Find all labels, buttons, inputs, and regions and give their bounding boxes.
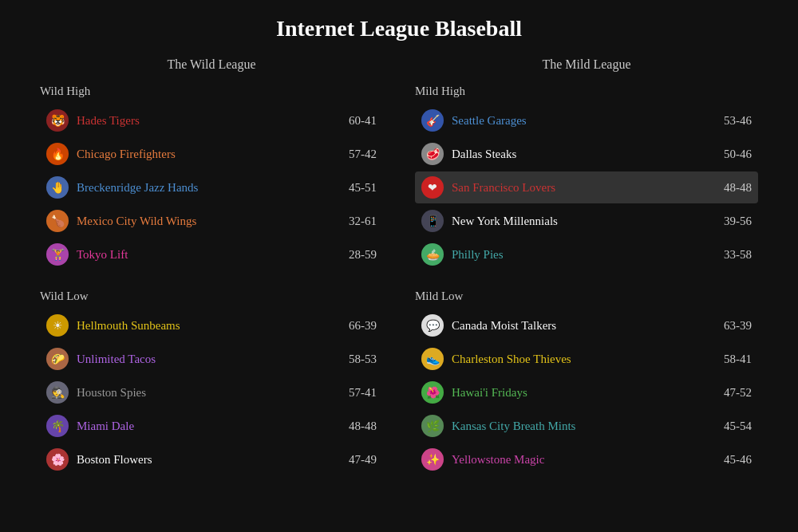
table-row: ☀ Hellmouth Sunbeams 66-39 — [40, 309, 383, 341]
tacos-name: Unlimited Tacos — [77, 353, 333, 366]
canada-icon: 💬 — [421, 314, 444, 337]
mild-league-title: The Mild League — [415, 57, 758, 72]
seattle-icon: 🎸 — [421, 109, 444, 132]
tokyo-record: 28-59 — [333, 248, 377, 262]
sf-record: 48-48 — [708, 181, 752, 195]
table-row: 🎸 Seattle Garages 53-46 — [415, 104, 758, 136]
philly-icon: 🥧 — [421, 243, 444, 266]
table-row: ❤ San Francisco Lovers 48-48 — [415, 171, 758, 203]
yellowstone-icon: ✨ — [421, 448, 444, 471]
table-row: 💬 Canada Moist Talkers 63-39 — [415, 309, 758, 341]
wild-low-section: Wild Low ☀ Hellmouth Sunbeams 66-39 🌮 Un… — [40, 290, 383, 475]
wild-league: The Wild League Wild High 🐯 Hades Tigers… — [24, 57, 399, 495]
hellmouth-record: 66-39 — [333, 319, 377, 333]
boston-icon: 🌸 — [46, 448, 69, 471]
tacos-record: 58-53 — [333, 353, 377, 366]
hawaii-record: 47-52 — [708, 386, 752, 400]
chicago-firefighters-icon: 🔥 — [46, 143, 69, 165]
table-row: 👟 Charleston Shoe Thieves 58-41 — [415, 343, 758, 375]
mexico-record: 32-61 — [333, 215, 377, 228]
leagues-container: The Wild League Wild High 🐯 Hades Tigers… — [24, 57, 774, 495]
table-row: 🌿 Kansas City Breath Mints 45-54 — [415, 410, 758, 442]
wild-league-title: The Wild League — [40, 57, 383, 72]
philly-record: 33-58 — [708, 248, 752, 262]
miami-icon: 🌴 — [46, 415, 69, 437]
hellmouth-name: Hellmouth Sunbeams — [77, 319, 333, 333]
breckenridge-icon: 🤚 — [46, 176, 69, 199]
houston-record: 57-41 — [333, 386, 377, 400]
yellowstone-name: Yellowstone Magic — [452, 453, 708, 467]
table-row: 🥩 Dallas Steaks 50-46 — [415, 138, 758, 170]
hawaii-name: Hawai'i Fridays — [452, 386, 708, 400]
charleston-record: 58-41 — [708, 353, 752, 366]
miami-name: Miami Dale — [77, 420, 333, 433]
table-row: 🌺 Hawai'i Fridays 47-52 — [415, 376, 758, 408]
newyork-icon: 📱 — [421, 210, 444, 232]
yellowstone-record: 45-46 — [708, 453, 752, 467]
chicago-firefighters-name: Chicago Firefighters — [77, 148, 333, 161]
canada-name: Canada Moist Talkers — [452, 319, 708, 333]
canada-record: 63-39 — [708, 319, 752, 333]
table-row: 🌸 Boston Flowers 47-49 — [40, 443, 383, 475]
mild-league: The Mild League Mild High 🎸 Seattle Gara… — [399, 57, 774, 495]
wild-high-label: Wild High — [40, 85, 383, 98]
boston-record: 47-49 — [333, 453, 377, 467]
miami-record: 48-48 — [333, 420, 377, 433]
wild-high-section: Wild High 🐯 Hades Tigers 60-41 🔥 Chicago… — [40, 85, 383, 270]
charleston-name: Charleston Shoe Thieves — [452, 353, 708, 366]
table-row: 🕵 Houston Spies 57-41 — [40, 376, 383, 408]
breckenridge-name: Breckenridge Jazz Hands — [77, 181, 333, 195]
tacos-icon: 🌮 — [46, 348, 69, 370]
page-title: Internet League Blaseball — [24, 16, 774, 41]
houston-icon: 🕵 — [46, 381, 69, 404]
newyork-name: New York Millennials — [452, 215, 708, 228]
philly-name: Philly Pies — [452, 248, 708, 262]
breckenridge-record: 45-51 — [333, 181, 377, 195]
table-row: 🤚 Breckenridge Jazz Hands 45-51 — [40, 171, 383, 203]
tokyo-name: Tokyo Lift — [77, 248, 333, 262]
mild-high-label: Mild High — [415, 85, 758, 98]
dallas-name: Dallas Steaks — [452, 148, 708, 161]
hades-tigers-record: 60-41 — [333, 114, 377, 128]
charleston-icon: 👟 — [421, 348, 444, 370]
wild-low-label: Wild Low — [40, 290, 383, 303]
table-row: 🌴 Miami Dale 48-48 — [40, 410, 383, 442]
mexico-icon: 🍗 — [46, 210, 69, 232]
dallas-icon: 🥩 — [421, 143, 444, 165]
table-row: ✨ Yellowstone Magic 45-46 — [415, 443, 758, 475]
hawaii-icon: 🌺 — [421, 381, 444, 404]
table-row: 🔥 Chicago Firefighters 57-42 — [40, 138, 383, 170]
kc-record: 45-54 — [708, 420, 752, 433]
hades-tigers-name: Hades Tigers — [77, 114, 333, 128]
mild-low-label: Mild Low — [415, 290, 758, 303]
dallas-record: 50-46 — [708, 148, 752, 161]
table-row: 🌮 Unlimited Tacos 58-53 — [40, 343, 383, 375]
mild-high-section: Mild High 🎸 Seattle Garages 53-46 🥩 Dall… — [415, 85, 758, 270]
houston-name: Houston Spies — [77, 386, 333, 400]
table-row: 🐯 Hades Tigers 60-41 — [40, 104, 383, 136]
mexico-name: Mexico City Wild Wings — [77, 215, 333, 228]
page: Internet League Blaseball The Wild Leagu… — [0, 0, 798, 510]
table-row: 📱 New York Millennials 39-56 — [415, 205, 758, 237]
boston-name: Boston Flowers — [77, 453, 333, 467]
seattle-record: 53-46 — [708, 114, 752, 128]
newyork-record: 39-56 — [708, 215, 752, 228]
table-row: 🥧 Philly Pies 33-58 — [415, 238, 758, 270]
table-row: 🍗 Mexico City Wild Wings 32-61 — [40, 205, 383, 237]
kc-name: Kansas City Breath Mints — [452, 420, 708, 433]
hades-tigers-icon: 🐯 — [46, 109, 69, 132]
kc-icon: 🌿 — [421, 415, 444, 437]
seattle-name: Seattle Garages — [452, 114, 708, 128]
tokyo-icon: 🏋 — [46, 243, 69, 266]
mild-low-section: Mild Low 💬 Canada Moist Talkers 63-39 👟 … — [415, 290, 758, 475]
table-row: 🏋 Tokyo Lift 28-59 — [40, 238, 383, 270]
sf-name: San Francisco Lovers — [452, 181, 708, 195]
hellmouth-icon: ☀ — [46, 314, 69, 337]
sf-icon: ❤ — [421, 176, 444, 199]
chicago-firefighters-record: 57-42 — [333, 148, 377, 161]
